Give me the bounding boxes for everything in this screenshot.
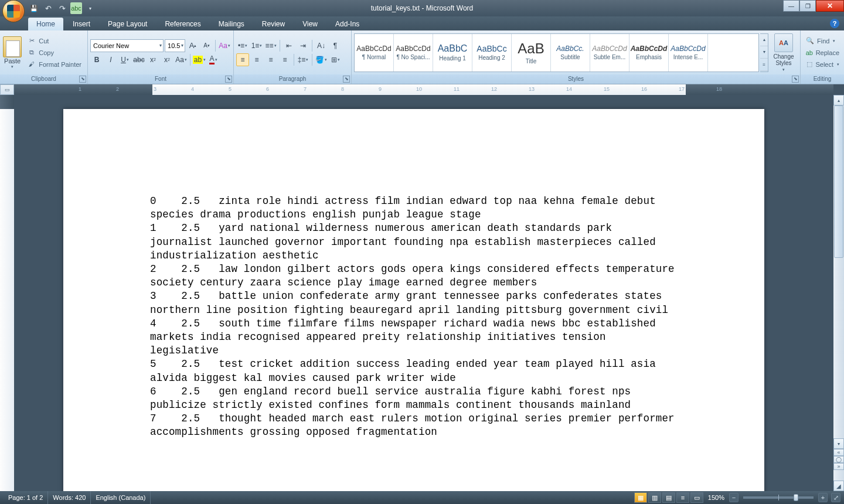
style-item-3[interactable]: AaBbCcHeading 2 (472, 34, 512, 71)
style-item-7[interactable]: AaBbCcDdEmphasis (629, 34, 669, 71)
strikethrough-button[interactable]: abc (132, 53, 145, 66)
clipboard-launcher-icon[interactable]: ⬊ (79, 76, 86, 83)
cut-button[interactable]: Cut (26, 36, 83, 46)
zoom-slider[interactable] (743, 496, 814, 499)
justify-icon[interactable]: ≡ (278, 53, 291, 66)
underline-button[interactable]: U (118, 53, 131, 66)
status-words[interactable]: Words: 420 (48, 491, 91, 504)
resize-corner-icon[interactable]: ◢ (833, 481, 844, 491)
styles-launcher-icon[interactable]: ⬊ (792, 76, 799, 83)
zoom-fit-icon[interactable]: ⤢ (831, 493, 840, 502)
numbering-icon[interactable]: 1≡ (250, 39, 263, 52)
shrink-font-icon[interactable]: A▾ (200, 39, 213, 52)
font-launcher-icon[interactable]: ⬊ (225, 76, 232, 83)
zoom-knob[interactable] (794, 494, 798, 501)
bullets-icon[interactable]: •≡ (236, 39, 249, 52)
horizontal-ruler[interactable]: 123456789101112131415161718 (14, 84, 833, 95)
gallery-down-icon[interactable]: ▾ (760, 46, 768, 59)
maximize-button[interactable]: ❐ (799, 0, 816, 12)
tab-view[interactable]: View (294, 18, 326, 30)
view-web-layout-icon[interactable]: ▤ (662, 492, 675, 503)
style-item-1[interactable]: AaBbCcDd¶ No Spaci... (394, 34, 433, 71)
increase-indent-icon[interactable]: ⇥ (297, 39, 309, 52)
prev-page-icon[interactable]: « (833, 449, 844, 456)
zoom-in-button[interactable]: + (818, 493, 828, 502)
view-print-layout-icon[interactable]: ▦ (634, 492, 647, 503)
format-painter-button[interactable]: Format Painter (26, 59, 83, 70)
font-color-icon[interactable]: A (207, 53, 220, 66)
close-button[interactable]: ✕ (816, 0, 844, 12)
help-icon[interactable]: ? (830, 19, 839, 28)
tab-insert[interactable]: Insert (64, 18, 98, 30)
style-item-6[interactable]: AaBbCcDdSubtle Em... (590, 34, 629, 71)
change-styles-button[interactable]: AA Change Styles ▾ (770, 32, 798, 73)
qat-more-icon[interactable]: ▾ (84, 2, 96, 14)
gallery-more-icon[interactable]: ≡ (760, 59, 768, 71)
scroll-up-icon[interactable]: ▴ (833, 95, 844, 105)
paste-icon[interactable] (3, 36, 22, 57)
view-outline-icon[interactable]: ≡ (676, 492, 689, 503)
replace-button[interactable]: abReplace (804, 47, 840, 58)
style-gallery[interactable]: AaBbCcDd¶ NormalAaBbCcDd¶ No Spaci...AaB… (354, 33, 759, 72)
tab-home[interactable]: Home (28, 18, 63, 30)
zoom-level[interactable]: 150% (708, 494, 724, 501)
tab-review[interactable]: Review (254, 18, 293, 30)
document-viewport[interactable]: 0 2.5 zinta role hindi actress film indi… (14, 95, 833, 491)
vertical-ruler[interactable] (0, 95, 14, 491)
undo-icon[interactable] (42, 2, 54, 14)
vertical-scrollbar[interactable]: ▴ « ◯ » ▾ (833, 95, 844, 481)
copy-button[interactable]: Copy (26, 47, 83, 58)
shading-icon[interactable]: 🪣 (315, 53, 328, 66)
show-marks-icon[interactable]: ¶ (329, 39, 342, 52)
font-size-combo[interactable]: 10.5▾ (165, 39, 185, 52)
office-button[interactable] (2, 0, 25, 22)
subscript-button[interactable]: x2 (147, 53, 159, 66)
bold-button[interactable]: B (90, 53, 103, 66)
style-item-2[interactable]: AaBbCHeading 1 (433, 34, 472, 71)
paste-button[interactable]: Paste (4, 57, 21, 64)
ruler-corner[interactable]: ▭ (0, 84, 14, 95)
style-item-0[interactable]: AaBbCcDd¶ Normal (355, 34, 394, 71)
spellcheck-icon[interactable]: abc (70, 2, 82, 14)
change-case-icon[interactable]: Aa (175, 53, 188, 66)
align-left-icon[interactable]: ≡ (236, 53, 249, 66)
sort-icon[interactable]: A↓ (315, 39, 328, 52)
superscript-button[interactable]: x2 (161, 53, 173, 66)
scroll-thumb[interactable] (834, 105, 843, 258)
paste-dropdown-icon[interactable]: ▾ (11, 64, 13, 69)
gallery-up-icon[interactable]: ▴ (760, 34, 768, 46)
redo-icon[interactable] (56, 2, 68, 14)
tab-add-ins[interactable]: Add-Ins (327, 18, 367, 30)
zoom-out-button[interactable]: − (729, 493, 738, 502)
select-button[interactable]: ⬚Select▾ (804, 59, 840, 70)
document-body[interactable]: 0 2.5 zinta role hindi actress film indi… (63, 109, 764, 463)
style-item-8[interactable]: AaBbCcDdIntense E... (669, 34, 708, 71)
status-language[interactable]: English (Canada) (91, 491, 151, 504)
italic-button[interactable]: I (104, 53, 117, 66)
scroll-down-icon[interactable]: ▾ (833, 438, 844, 449)
tab-page-layout[interactable]: Page Layout (100, 18, 155, 30)
view-draft-icon[interactable]: ▭ (690, 492, 703, 503)
line-spacing-icon[interactable]: ‡≡ (297, 53, 309, 66)
browse-object-icon[interactable]: ◯ (833, 456, 844, 463)
status-page[interactable]: Page: 1 of 2 (4, 491, 48, 504)
tab-mailings[interactable]: Mailings (210, 18, 253, 30)
next-page-icon[interactable]: » (833, 463, 844, 470)
style-item-5[interactable]: AaBbCc.Subtitle (551, 34, 590, 71)
clear-formatting-icon[interactable]: Aa (218, 39, 231, 52)
multilevel-list-icon[interactable]: ≡≡ (264, 39, 277, 52)
decrease-indent-icon[interactable]: ⇤ (283, 39, 295, 52)
borders-icon[interactable]: ⊞ (329, 53, 342, 66)
align-right-icon[interactable]: ≡ (264, 53, 277, 66)
grow-font-icon[interactable]: A▴ (186, 39, 199, 52)
style-item-4[interactable]: AaBTitle (512, 34, 551, 71)
highlight-color-icon[interactable]: ab (193, 53, 206, 66)
view-full-screen-icon[interactable]: ▥ (648, 492, 661, 503)
paragraph-launcher-icon[interactable]: ⬊ (343, 76, 350, 83)
font-name-combo[interactable]: Courier New▾ (90, 39, 164, 52)
tab-references[interactable]: References (156, 18, 209, 30)
minimize-button[interactable]: — (783, 0, 799, 12)
find-button[interactable]: 🔍Find▾ (804, 36, 840, 46)
align-center-icon[interactable]: ≡ (250, 53, 263, 66)
save-icon[interactable] (28, 2, 40, 14)
